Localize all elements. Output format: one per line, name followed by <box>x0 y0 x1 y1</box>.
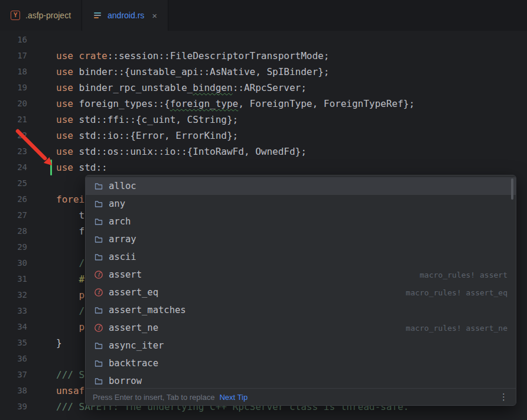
code-text: f <box>56 223 84 239</box>
code-text: /// S <box>56 367 84 383</box>
module-icon <box>94 199 103 209</box>
line-number: 16 <box>0 32 27 48</box>
completion-item-ascii[interactable]: ascii <box>86 248 516 266</box>
code-line-21[interactable]: 21use std::ffi::{c_uint, CString}; <box>0 112 527 128</box>
completion-item-assert_ne[interactable]: fassert_nemacro_rules! assert_ne <box>86 319 516 337</box>
line-number: 36 <box>0 351 27 367</box>
line-number: 29 <box>0 239 27 255</box>
line-number: 34 <box>0 319 27 335</box>
module-icon <box>94 305 103 315</box>
completion-item-array[interactable]: array <box>86 230 516 248</box>
completion-item-arch[interactable]: arch <box>86 213 516 230</box>
line-number: 32 <box>0 287 27 303</box>
tab-android-rs[interactable]: android.rs × <box>82 0 168 31</box>
tab-bar: Y .asfp-project android.rs × <box>0 0 527 31</box>
svg-text:f: f <box>97 271 101 278</box>
module-icon <box>94 235 103 244</box>
more-options-icon[interactable]: ⋮ <box>499 392 509 402</box>
code-text: use std::os::unix::io::{IntoRawFd, Owned… <box>56 144 307 159</box>
line-number: 22 <box>0 128 27 144</box>
line-number: 33 <box>0 303 27 319</box>
vcs-added-line-marker <box>50 159 52 175</box>
tab-project-label: .asfp-project <box>25 11 71 20</box>
code-line-18[interactable]: 18use binder::{unstable_api::AsNative, S… <box>0 64 527 80</box>
completion-label: ascii <box>109 252 136 262</box>
module-icon <box>94 181 103 191</box>
completion-label: assert <box>109 269 142 280</box>
completion-item-assert_matches[interactable]: assert_matches <box>86 301 516 319</box>
code-text: / <box>56 303 84 319</box>
module-icon <box>94 217 103 226</box>
close-tab-icon[interactable]: × <box>152 11 157 20</box>
completion-label: any <box>109 198 125 209</box>
line-number: 28 <box>0 223 27 239</box>
module-icon <box>94 376 103 386</box>
completion-item-async_iter[interactable]: async_iter <box>86 337 516 354</box>
code-text: # <box>56 271 84 287</box>
svg-text:f: f <box>97 289 101 295</box>
completion-label: assert_matches <box>109 305 186 315</box>
line-number: 25 <box>0 175 27 191</box>
code-line-19[interactable]: 19use binder_rpc_unstable_bindgen::ARpcS… <box>0 80 527 96</box>
ide-window: Y .asfp-project android.rs × 1617use cra… <box>0 0 527 420</box>
code-text: use std::io::{Error, ErrorKind}; <box>56 128 238 144</box>
completion-item-backtrace[interactable]: backtrace <box>86 354 516 372</box>
module-icon <box>94 252 103 262</box>
popup-footer: Press Enter to insert, Tab to replace Ne… <box>86 388 516 405</box>
code-line-22[interactable]: 22use std::io::{Error, ErrorKind}; <box>0 128 527 144</box>
code-line-23[interactable]: 23use std::os::unix::io::{IntoRawFd, Own… <box>0 144 527 159</box>
completion-type-hint: macro_rules! assert_eq <box>406 288 508 297</box>
code-text: use crate::session::FileDescriptorTransp… <box>56 48 329 64</box>
popup-scrollbar[interactable] <box>511 178 513 200</box>
tab-file-label: android.rs <box>108 11 144 20</box>
line-number: 24 <box>0 159 27 175</box>
code-line-20[interactable]: 20use foreign_types::{foreign_type, Fore… <box>0 96 527 112</box>
line-number: 21 <box>0 112 27 128</box>
completion-item-alloc[interactable]: alloc <box>86 177 516 195</box>
completion-label: assert_ne <box>109 323 158 333</box>
code-text: unsaf <box>56 383 84 399</box>
completion-item-borrow[interactable]: borrow <box>86 372 516 388</box>
code-text: use foreign_types::{foreign_type, Foreig… <box>56 96 415 112</box>
completion-item-assert[interactable]: fassertmacro_rules! assert <box>86 266 516 284</box>
next-tip-link[interactable]: Next Tip <box>219 393 248 402</box>
tab-bar-fill <box>168 0 527 31</box>
code-text: use std::ffi::{c_uint, CString}; <box>56 112 238 128</box>
code-text: / <box>56 255 84 271</box>
completion-type-hint: macro_rules! assert <box>419 271 508 279</box>
completion-label: backtrace <box>109 358 158 369</box>
line-number: 17 <box>0 48 27 64</box>
completion-label: borrow <box>109 376 142 386</box>
completion-type-hint: macro_rules! assert_ne <box>406 324 508 333</box>
completion-label: async_iter <box>109 340 164 351</box>
code-line-24[interactable]: 24use std:: <box>0 159 527 175</box>
completion-item-any[interactable]: any <box>86 195 516 213</box>
completion-popup: allocanyarcharrayasciifassertmacro_rules… <box>85 175 516 406</box>
code-text: p <box>56 319 84 335</box>
code-line-16[interactable]: 16 <box>0 32 527 48</box>
line-number: 38 <box>0 383 27 399</box>
completion-list: allocanyarcharrayasciifassertmacro_rules… <box>86 175 516 388</box>
code-text: t <box>56 207 84 223</box>
completion-label: alloc <box>109 181 136 191</box>
svg-text:f: f <box>97 324 101 331</box>
line-number: 35 <box>0 335 27 351</box>
code-text: use std:: <box>56 159 108 175</box>
macro-icon: f <box>94 270 103 279</box>
completion-label: array <box>109 234 136 245</box>
completion-label: assert_eq <box>109 287 158 298</box>
macro-icon: f <box>94 288 103 297</box>
line-number: 39 <box>0 399 27 415</box>
code-text: p <box>56 287 84 303</box>
module-icon <box>94 341 103 350</box>
line-number: 19 <box>0 80 27 96</box>
macro-icon: f <box>94 323 103 333</box>
line-number: 37 <box>0 367 27 383</box>
code-text: use binder_rpc_unstable_bindgen::ARpcSer… <box>56 80 307 96</box>
completion-item-assert_eq[interactable]: fassert_eqmacro_rules! assert_eq <box>86 284 516 301</box>
line-number: 31 <box>0 271 27 287</box>
code-text: } <box>56 335 62 351</box>
tab-project[interactable]: Y .asfp-project <box>0 0 82 31</box>
line-number: 26 <box>0 191 27 207</box>
code-line-17[interactable]: 17use crate::session::FileDescriptorTran… <box>0 48 527 64</box>
